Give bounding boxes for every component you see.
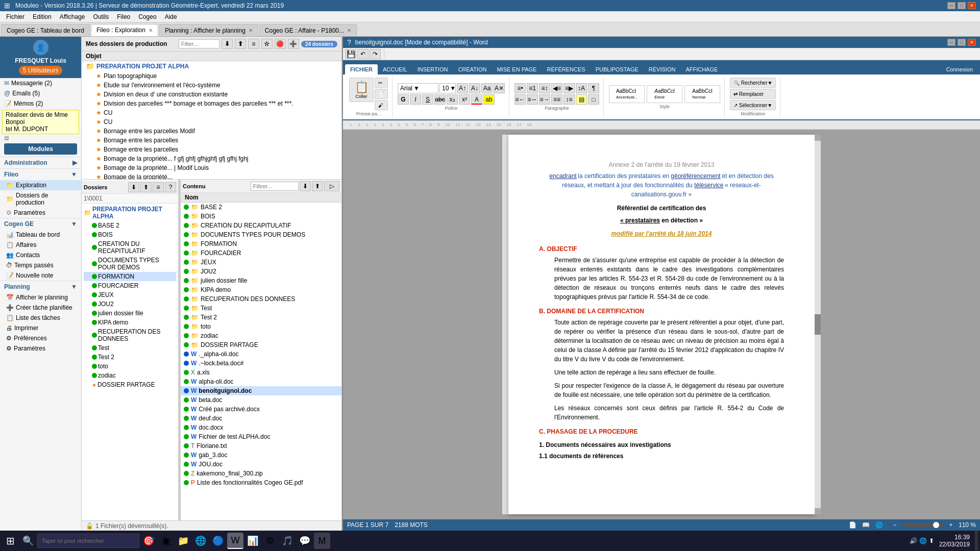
italic-button[interactable]: I (410, 94, 421, 105)
redo-quick[interactable]: ↷ (370, 49, 381, 59)
rechercher-btn[interactable]: 🔍 Rechercher▼ (730, 78, 776, 88)
content-item[interactable]: 📁 BOIS (181, 212, 341, 221)
sidebar-item-imprimer[interactable]: 🖨 Imprimer (0, 323, 81, 333)
taskbar-edge[interactable]: 🌐 (192, 533, 209, 549)
taskbar-app3[interactable]: ⚙ (262, 533, 278, 549)
add-btn[interactable]: ➕ (288, 39, 299, 49)
selectionner-btn[interactable]: ↗ Sélectionner▼ (730, 100, 776, 110)
tab-close-affaire[interactable]: ✕ (347, 28, 351, 33)
sidebar-emails[interactable]: @ Emails (5) (0, 88, 81, 98)
content-item[interactable]: 📁 julien dossier fille (181, 276, 341, 285)
multilevel-btn[interactable]: ≡↕ (539, 83, 550, 93)
tree-item-dossier-partage[interactable]: ★ DOSSIER PARTAGE (84, 380, 176, 389)
connexion-btn[interactable]: Connexion (941, 64, 978, 74)
view-read-btn[interactable]: 📖 (861, 520, 872, 530)
bold-button[interactable]: G (398, 94, 409, 105)
content-item[interactable]: W JOU.doc (181, 460, 341, 469)
menu-outils[interactable]: Outils (89, 12, 113, 21)
marks-btn[interactable]: ¶ (588, 83, 599, 93)
tree-item[interactable]: DOCUMENTS TYPES POUR DEMOS (84, 256, 176, 272)
word-close[interactable]: ✕ (968, 39, 976, 46)
tab-cogeo-tableau[interactable]: Cogeo GE : Tableau de bord (1, 24, 90, 36)
list-item[interactable]: ★ CU (82, 117, 341, 127)
list-item[interactable]: ★ Division en deux d' une construction e… (82, 90, 341, 99)
tab-close-fileo[interactable]: ✕ (149, 28, 153, 33)
bullets-btn[interactable]: ≡• (514, 83, 526, 93)
style-accentuat[interactable]: AaBbCcIAccentuat... (609, 85, 645, 103)
scroll-thumb[interactable] (815, 314, 821, 335)
word-tab-creation[interactable]: CRÉATION (453, 64, 492, 74)
content-item[interactable]: 📁 Test 2 (181, 313, 341, 322)
word-minimize[interactable]: ─ (947, 39, 955, 46)
tree-root[interactable]: 📁 PREPARATION PROJET ALPHA (84, 205, 176, 221)
content-item[interactable]: Z kakemono_final_300.zip (181, 469, 341, 478)
save-quick[interactable]: 💾 (345, 49, 356, 59)
sidebar-item-preferences[interactable]: ⚙ Préférences (0, 333, 81, 343)
tree-item[interactable]: JOU2 (84, 299, 176, 309)
scroll-up-arrow[interactable] (815, 135, 821, 141)
font-clear[interactable]: A✕ (494, 83, 505, 93)
sidebar-item-exploration[interactable]: 📁 Exploration (0, 180, 81, 190)
font-color-btn[interactable]: A (471, 94, 482, 105)
content-item[interactable]: 📁 KIPA demo (181, 285, 341, 294)
sidebar-item-parametres-planning[interactable]: ⚙ Paramètres (0, 343, 81, 354)
scroll-left[interactable] (502, 135, 508, 514)
taskbar-chrome[interactable]: 🔵 (210, 533, 226, 549)
taskbar-cortana[interactable]: 🎯 (140, 533, 157, 549)
tab-cogeo-affaire[interactable]: Cogeo GE : Affaire - P1800... ✕ (259, 24, 357, 36)
content-item[interactable]: 📁 JEUX (181, 258, 341, 267)
content-item-benoitguignol[interactable]: W benoitguignol.doc (181, 386, 341, 395)
align-center[interactable]: ≡↔ (527, 94, 538, 105)
sort-btn[interactable]: ↕A (576, 83, 587, 93)
content-sort-down[interactable]: ⬇ (300, 181, 311, 191)
zoom-out-btn[interactable]: − (889, 520, 900, 530)
line-spacing[interactable]: ↕≡ (564, 94, 575, 105)
view-web-btn[interactable]: 🌐 (874, 520, 885, 530)
taskbar-multitasking[interactable]: ▣ (158, 533, 174, 549)
word-maximize[interactable]: □ (958, 39, 966, 46)
content-item[interactable]: W .~lock.beta.doc# (181, 359, 341, 368)
content-sort-up[interactable]: ⬆ (312, 181, 323, 191)
refresh-btn[interactable]: 🔴 (275, 39, 286, 49)
list-item[interactable]: ★ Plan topographique (82, 71, 341, 81)
content-item[interactable]: 📁 JOU2 (181, 267, 341, 276)
sidebar-item-afficher-planning[interactable]: 📅 Afficher le planning (0, 292, 81, 303)
tree-item[interactable]: toto (84, 362, 176, 371)
increase-indent[interactable]: ≡▶ (564, 83, 575, 93)
dossiers-filter[interactable] (179, 39, 219, 48)
content-extra-btn[interactable]: ▷ (324, 181, 339, 191)
highlight-btn[interactable]: ab (483, 94, 495, 105)
sidebar-section-cogeo[interactable]: Cogeo GE ▼ (0, 218, 81, 230)
scroll-down-arrow[interactable] (815, 508, 821, 514)
content-item[interactable]: W Créé pas archivé.docx (181, 405, 341, 414)
taskbar-word[interactable]: W (227, 533, 243, 549)
tree-item[interactable]: zodiac (84, 371, 176, 380)
tree-item[interactable]: julien dossier file (84, 309, 176, 318)
align-justify[interactable]: ≡≡ (551, 94, 562, 105)
list-view-btn[interactable]: ≡ (248, 39, 259, 49)
menu-fileo[interactable]: Fileo (113, 12, 134, 21)
content-item[interactable]: 📁 BASE 2 (181, 203, 341, 212)
sidebar-item-creer-tache[interactable]: ➕ Créer tâche planifiée (0, 303, 81, 313)
sort-down-btn[interactable]: ⬇ (222, 39, 233, 49)
align-right[interactable]: ≡→ (539, 94, 550, 105)
content-item[interactable]: T Floriane.txt (181, 441, 341, 450)
shading-btn[interactable]: ▤ (576, 94, 587, 105)
word-tab-accueil[interactable]: ACCUEIL (378, 64, 412, 74)
copy-button[interactable]: 📄 (375, 89, 388, 99)
menu-aide[interactable]: Aide (161, 12, 181, 21)
notification-area[interactable] (975, 531, 978, 551)
content-item[interactable]: W alpha-oli.doc (181, 377, 341, 386)
sidebar-item-affaires[interactable]: 📋 Affaires (0, 240, 81, 250)
tree-item[interactable]: Test 2 (84, 353, 176, 362)
tree-item-formation[interactable]: FORMATION (84, 272, 176, 281)
list-item[interactable]: ★ CU (82, 108, 341, 117)
font-family-dropdown[interactable]: Arial ▼ (398, 83, 438, 93)
scroll-right[interactable] (815, 135, 821, 514)
numbering-btn[interactable]: ≡1 (527, 83, 538, 93)
list-item[interactable]: ★ Bornage entre les parcelles (82, 145, 341, 154)
content-item[interactable]: X a.xls (181, 368, 341, 377)
cut-button[interactable]: ✂ (375, 78, 388, 88)
menu-fichier[interactable]: Fichier (2, 12, 29, 21)
underline-button[interactable]: S (422, 94, 433, 105)
